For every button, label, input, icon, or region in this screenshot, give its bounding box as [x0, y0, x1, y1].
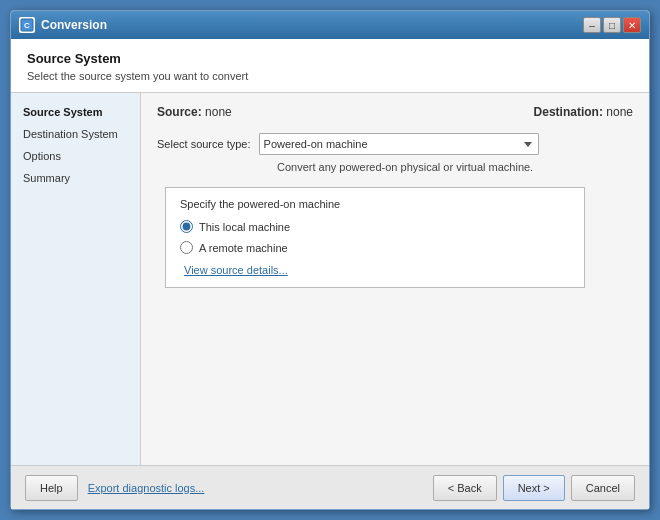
source-type-hint: Convert any powered-on physical or virtu… — [277, 161, 633, 173]
view-source-details-link[interactable]: View source details... — [184, 264, 288, 276]
sidebar-item-summary[interactable]: Summary — [11, 167, 140, 189]
minimize-button[interactable]: – — [583, 17, 601, 33]
header-section: Source System Select the source system y… — [11, 39, 649, 93]
window-controls: – □ ✕ — [583, 17, 641, 33]
export-logs-link[interactable]: Export diagnostic logs... — [88, 482, 205, 494]
help-button[interactable]: Help — [25, 475, 78, 501]
sidebar-item-destination-system[interactable]: Destination System — [11, 123, 140, 145]
title-bar: C Conversion – □ ✕ — [11, 11, 649, 39]
back-button[interactable]: < Back — [433, 475, 497, 501]
destination-value: none — [606, 105, 633, 119]
sidebar-item-source-system[interactable]: Source System — [11, 101, 140, 123]
maximize-button[interactable]: □ — [603, 17, 621, 33]
source-value: none — [205, 105, 232, 119]
radio-local-machine[interactable] — [180, 220, 193, 233]
svg-text:C: C — [24, 21, 30, 30]
footer-left: Help Export diagnostic logs... — [25, 475, 204, 501]
window-title: Conversion — [41, 18, 583, 32]
radio-local-row: This local machine — [180, 220, 570, 233]
sidebar-item-options[interactable]: Options — [11, 145, 140, 167]
footer: Help Export diagnostic logs... < Back Ne… — [11, 465, 649, 509]
destination-info: Destination: none — [534, 105, 633, 119]
main-window: C Conversion – □ ✕ Source System Select … — [10, 10, 650, 510]
next-button[interactable]: Next > — [503, 475, 565, 501]
window-icon: C — [19, 17, 35, 33]
group-title: Specify the powered-on machine — [180, 198, 570, 210]
select-source-label: Select source type: — [157, 138, 251, 150]
header-subtitle: Select the source system you want to con… — [27, 70, 633, 82]
source-dest-bar: Source: none Destination: none — [157, 105, 633, 119]
content-area: Source: none Destination: none Select so… — [141, 93, 649, 465]
radio-remote-label[interactable]: A remote machine — [199, 242, 288, 254]
radio-remote-machine[interactable] — [180, 241, 193, 254]
cancel-button[interactable]: Cancel — [571, 475, 635, 501]
header-title: Source System — [27, 51, 633, 66]
powered-on-group: Specify the powered-on machine This loca… — [165, 187, 585, 288]
view-source-details-container: View source details... — [180, 262, 570, 277]
main-content: Source System Destination System Options… — [11, 93, 649, 465]
radio-remote-row: A remote machine — [180, 241, 570, 254]
radio-local-label[interactable]: This local machine — [199, 221, 290, 233]
footer-right: < Back Next > Cancel — [433, 475, 635, 501]
source-type-row: Select source type: Powered-on machine P… — [157, 133, 633, 155]
source-info: Source: none — [157, 105, 232, 119]
sidebar: Source System Destination System Options… — [11, 93, 141, 465]
source-type-select[interactable]: Powered-on machine Powered-off machine V… — [259, 133, 539, 155]
close-button[interactable]: ✕ — [623, 17, 641, 33]
